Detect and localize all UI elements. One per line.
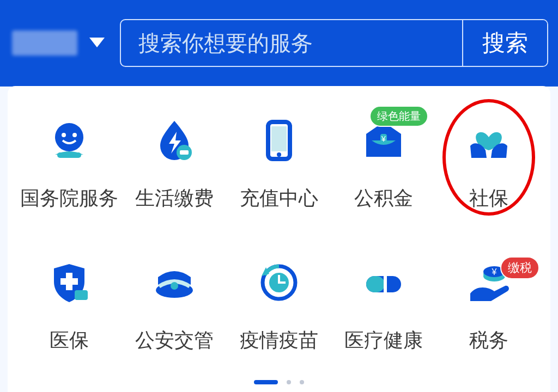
svg-rect-9: [271, 126, 287, 151]
svg-rect-7: [180, 150, 189, 155]
tile-label: 国务院服务: [20, 185, 118, 212]
pill-icon: [362, 261, 405, 304]
tile-utility-bills[interactable]: 生活缴费: [124, 119, 223, 212]
svg-point-10: [277, 152, 281, 157]
svg-point-2: [62, 133, 66, 137]
shield-plus-icon: [47, 261, 91, 304]
tile-housing-fund[interactable]: 绿色能量 ¥ 公积金: [334, 119, 433, 212]
tile-label: 税务: [469, 327, 508, 354]
badge-green: 绿色能量: [369, 106, 428, 127]
tile-label: 充值中心: [240, 185, 318, 212]
tile-police-traffic[interactable]: 公安交管: [124, 261, 223, 354]
tile-topup-center[interactable]: 充值中心: [229, 119, 329, 212]
city-name-blurred: [12, 30, 77, 56]
pager-dot: [287, 380, 291, 384]
svg-marker-0: [89, 38, 105, 47]
tile-label: 公积金: [354, 185, 413, 212]
tile-medical-health[interactable]: 医疗健康: [334, 261, 433, 354]
tile-label: 社保: [469, 185, 508, 212]
tile-state-council-services[interactable]: 国务院服务: [20, 119, 119, 212]
waterdrop-lightning-icon: [153, 119, 196, 162]
pager-dot: [300, 380, 304, 384]
services-grid: 国务院服务 生活缴费 充值中心: [20, 119, 538, 354]
svg-point-1: [55, 123, 83, 151]
tile-taxes[interactable]: 缴税 ¥ 税务: [439, 261, 538, 354]
police-cap-icon: [153, 261, 196, 304]
search-input[interactable]: [121, 20, 462, 66]
pager-active: [254, 380, 278, 384]
svg-rect-25: [384, 276, 387, 292]
chevron-down-icon: [89, 38, 105, 48]
phone-icon: [257, 119, 301, 162]
tile-epidemic-vaccine[interactable]: 疫情疫苗: [229, 261, 329, 354]
svg-text:¥: ¥: [381, 134, 386, 143]
tile-social-insurance[interactable]: 社保: [439, 119, 538, 212]
tile-label: 医疗健康: [344, 327, 423, 354]
tile-label: 生活缴费: [135, 185, 214, 212]
svg-rect-14: [60, 278, 78, 285]
svg-point-17: [171, 282, 178, 290]
svg-rect-24: [366, 276, 385, 292]
badge-red: 缴税: [500, 256, 539, 279]
tile-label: 公安交管: [135, 327, 214, 354]
header: 搜索: [0, 0, 558, 86]
city-selector[interactable]: [12, 30, 105, 56]
search-bar: 搜索: [120, 19, 548, 67]
services-panel: 国务院服务 生活缴费 充值中心: [8, 86, 550, 392]
clock-refresh-icon: [257, 261, 301, 304]
emblem-icon: [47, 119, 91, 162]
svg-rect-22: [278, 281, 286, 284]
svg-rect-15: [75, 290, 88, 300]
tile-label: 医保: [50, 327, 89, 354]
svg-text:¥: ¥: [491, 267, 496, 277]
tile-medical-insurance[interactable]: 医保: [20, 261, 119, 354]
svg-point-3: [72, 133, 77, 137]
svg-rect-4: [57, 152, 81, 158]
search-button[interactable]: 搜索: [462, 20, 547, 66]
hands-heart-icon: [467, 119, 511, 162]
page-indicator: [20, 380, 538, 384]
tile-label: 疫情疫苗: [240, 327, 318, 354]
